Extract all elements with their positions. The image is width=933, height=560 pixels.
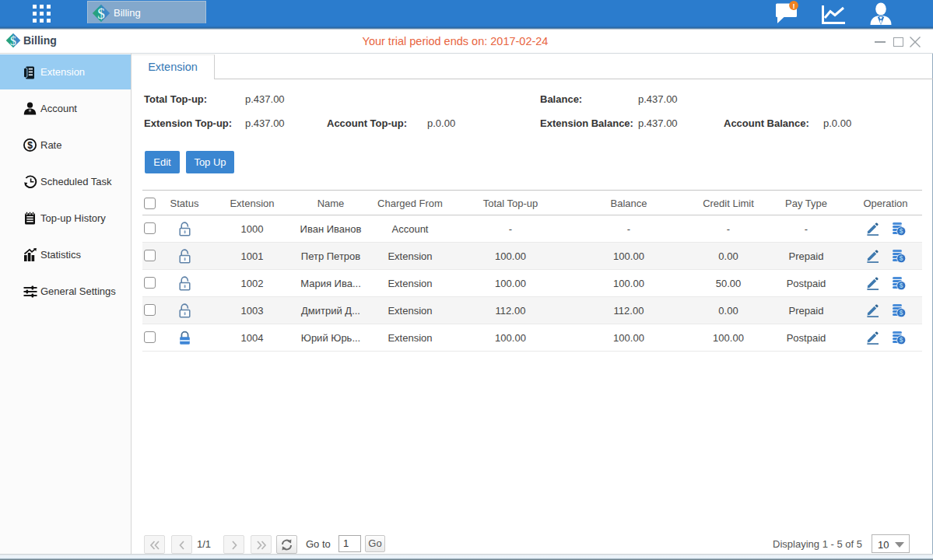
svg-text:$: $ [900, 227, 903, 235]
svg-text:$: $ [900, 254, 903, 262]
svg-text:$: $ [10, 34, 16, 47]
svg-text:$: $ [900, 309, 903, 317]
svg-text:$: $ [900, 336, 903, 344]
svg-text:!: ! [792, 2, 794, 10]
svg-text:$: $ [27, 140, 33, 151]
svg-text:$: $ [97, 5, 105, 22]
svg-text:$: $ [900, 282, 903, 289]
